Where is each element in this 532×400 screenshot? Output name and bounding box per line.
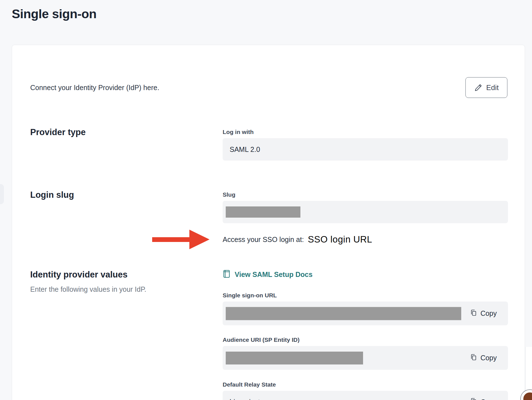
login-with-label: Log in with bbox=[223, 128, 508, 136]
relay-state-field: bigproject Copy bbox=[223, 391, 508, 400]
provider-type-heading: Provider type bbox=[30, 127, 223, 138]
copy-icon bbox=[470, 353, 477, 363]
provider-type-value: SAML 2.0 bbox=[230, 145, 260, 154]
sso-login-url-annotation: SSO login URL bbox=[308, 234, 372, 245]
relay-state-value: bigproject bbox=[230, 398, 260, 400]
provider-type-section: Provider type Log in with SAML 2.0 bbox=[30, 127, 507, 161]
provider-type-field: SAML 2.0 bbox=[223, 138, 508, 161]
access-login-prefix: Access your SSO login at: bbox=[223, 236, 304, 244]
sso-url-redaction-bar bbox=[226, 307, 461, 320]
copy-button-label: Copy bbox=[481, 398, 497, 400]
copy-sso-url-button[interactable]: Copy bbox=[470, 309, 497, 318]
saml-docs-link-label: View SAML Setup Docs bbox=[235, 270, 312, 279]
intro-row: Connect your Identity Provider (IdP) her… bbox=[30, 77, 507, 98]
copy-icon bbox=[470, 397, 477, 400]
copy-relay-state-button[interactable]: Copy bbox=[470, 397, 497, 400]
saml-docs-link[interactable]: View SAML Setup Docs bbox=[223, 270, 508, 279]
slug-label: Slug bbox=[223, 191, 508, 198]
intro-text: Connect your Identity Provider (IdP) her… bbox=[30, 84, 159, 92]
edit-button-label: Edit bbox=[486, 83, 499, 92]
access-login-row: Access your SSO login at: SSO login URL bbox=[223, 233, 508, 246]
copy-icon bbox=[470, 309, 477, 318]
red-arrow-annotation bbox=[152, 230, 209, 249]
slug-field bbox=[223, 201, 508, 223]
edit-button[interactable]: Edit bbox=[465, 77, 507, 98]
idp-values-section: Identity provider values Enter the follo… bbox=[30, 269, 507, 400]
pencil-icon bbox=[474, 83, 482, 92]
copy-button-label: Copy bbox=[481, 354, 497, 362]
edge-tab bbox=[0, 184, 4, 204]
sso-url-label: Single sign-on URL bbox=[223, 292, 508, 299]
login-slug-section: Login slug Slug Access your SSO login at… bbox=[30, 189, 507, 246]
copy-button-label: Copy bbox=[481, 309, 497, 317]
audience-uri-field: Copy bbox=[223, 346, 508, 370]
relay-state-label: Default Relay State bbox=[223, 381, 508, 388]
copy-audience-uri-button[interactable]: Copy bbox=[470, 353, 497, 363]
audience-uri-redaction-bar bbox=[226, 352, 363, 364]
sso-settings-card: Connect your Identity Provider (IdP) her… bbox=[12, 45, 525, 400]
slug-redaction-bar bbox=[226, 206, 300, 218]
login-slug-heading: Login slug bbox=[30, 189, 223, 201]
document-icon bbox=[223, 270, 230, 279]
idp-values-description: Enter the following values in your IdP. bbox=[30, 285, 223, 293]
idp-values-heading: Identity provider values bbox=[30, 269, 223, 280]
sso-url-field: Copy bbox=[223, 302, 508, 325]
audience-uri-label: Audience URI (SP Entity ID) bbox=[223, 336, 508, 343]
page-title: Single sign-on bbox=[12, 7, 532, 21]
